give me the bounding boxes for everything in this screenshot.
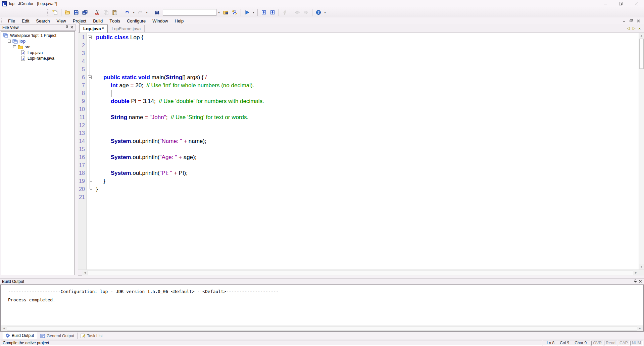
code-text: public static void main(String[] args) {…	[93, 74, 207, 81]
tab-close-icon[interactable]: ×	[639, 27, 641, 31]
splitter-grip[interactable]	[78, 270, 82, 276]
status-toggle-num[interactable]: NUM	[630, 341, 643, 346]
build-icon	[261, 10, 266, 15]
fold-minus-icon[interactable]	[88, 36, 92, 39]
menu-window[interactable]: Window	[149, 17, 171, 24]
vertical-scroll-thumb[interactable]	[639, 39, 644, 69]
tree-item-src[interactable]: src	[1, 44, 75, 50]
code-line: 9double PI = 3.14; // Use 'double' for n…	[78, 97, 639, 105]
lightning-button[interactable]	[281, 8, 289, 16]
menubar-grip[interactable]	[1, 18, 3, 23]
menu-tools[interactable]: Tools	[106, 17, 123, 24]
horizontal-scroll-thumb[interactable]	[88, 270, 633, 275]
toolbar-separator	[312, 9, 312, 16]
find-in-files-button[interactable]	[221, 8, 230, 16]
search-replace-button[interactable]	[230, 8, 239, 16]
tab-general-output[interactable]: General Output	[37, 333, 78, 339]
cut-button[interactable]	[93, 8, 102, 16]
editor-horizontal-scrollbar[interactable]: ◀ ▶	[78, 269, 639, 276]
expand-collapse-icon[interactable]	[8, 40, 11, 43]
window-title: lop - JCreator - [Lop.java *]	[9, 1, 57, 6]
toolbar-grip[interactable]	[47, 9, 49, 15]
undo-dropdown-icon[interactable]: ▾	[132, 8, 136, 16]
scroll-down-icon[interactable]: ▼	[639, 264, 644, 269]
tab-navigation: ◁ ▷ ×	[627, 26, 644, 33]
run-button[interactable]	[243, 8, 251, 16]
build-output-console[interactable]: --------------------Configuration: lop -…	[0, 285, 644, 332]
combobox-dropdown-icon[interactable]: ▼	[216, 9, 221, 16]
fold-marker[interactable]	[87, 34, 93, 42]
editor-vertical-scrollbar[interactable]: ▲ ▼	[639, 33, 644, 269]
build-all-button[interactable]	[268, 8, 277, 16]
output-horizontal-scrollbar[interactable]: ◀ ▶	[1, 326, 643, 331]
scroll-left-icon[interactable]: ◀	[82, 270, 88, 276]
menu-help[interactable]: Help	[171, 17, 187, 24]
code-line: 15	[78, 145, 639, 153]
tab-task-list[interactable]: Task List	[78, 333, 106, 339]
mdi-close-button[interactable]	[637, 18, 640, 23]
tree-item-lop-java[interactable]: JLop.java	[1, 50, 75, 55]
menu-file[interactable]: File	[5, 17, 18, 24]
help-dropdown-icon[interactable]: ▾	[323, 8, 327, 16]
tree-item-label: src	[25, 45, 30, 49]
undo-button[interactable]	[123, 8, 132, 16]
expand-collapse-icon[interactable]	[13, 45, 16, 48]
menu-edit[interactable]: Edit	[18, 17, 33, 24]
save-all-button[interactable]	[81, 8, 89, 16]
find-button[interactable]	[153, 8, 161, 16]
scroll-up-icon[interactable]: ▲	[639, 33, 644, 38]
redo-button[interactable]	[136, 8, 145, 16]
scroll-left-icon[interactable]: ◀	[1, 326, 7, 331]
code-line: 18System.out.println("PI: " + PI);	[78, 169, 639, 178]
minimize-button[interactable]	[598, 0, 613, 7]
project-icon	[12, 39, 18, 44]
tab-lopframe-java[interactable]: LopFrame.java	[108, 25, 145, 32]
column-indicator: Col 9	[560, 341, 569, 345]
code-line: 17	[78, 161, 639, 169]
pin-icon[interactable]	[65, 25, 69, 30]
menu-view[interactable]: View	[53, 17, 69, 24]
svg-text:J: J	[22, 57, 24, 60]
pin-icon[interactable]	[634, 279, 637, 284]
scroll-right-icon[interactable]: ▶	[637, 326, 643, 331]
tab-build-output[interactable]: Build Output	[2, 332, 37, 339]
status-toggle-ovr[interactable]: OVR	[591, 341, 603, 346]
build-output-text: --------------------Configuration: lop -…	[8, 287, 643, 304]
forward-button[interactable]	[302, 8, 310, 16]
fold-minus-icon[interactable]	[88, 76, 92, 79]
tree-item-lopframe-java[interactable]: JLopFrame.java	[1, 55, 75, 61]
search-combobox[interactable]	[163, 9, 216, 16]
close-panel-icon[interactable]	[70, 25, 73, 30]
fold-marker[interactable]	[87, 73, 93, 82]
tab-lop-java-[interactable]: Lop.java *	[79, 24, 108, 33]
status-toggle-read[interactable]: Read	[604, 341, 617, 346]
back-button[interactable]	[293, 8, 302, 16]
paste-button[interactable]	[110, 8, 119, 16]
menu-search[interactable]: Search	[33, 17, 53, 24]
mdi-minimize-button[interactable]	[623, 18, 626, 23]
tree-item-lop[interactable]: lop	[1, 38, 75, 44]
save-button[interactable]	[72, 8, 81, 16]
mdi-restore-button[interactable]	[630, 18, 633, 23]
code-lines: 1public class Lop {23456public static vo…	[78, 34, 639, 201]
output-scroll-thumb[interactable]	[7, 326, 637, 331]
status-toggle-cap[interactable]: CAP	[618, 341, 630, 346]
help-button[interactable]: ?	[314, 8, 323, 16]
menu-configure[interactable]: Configure	[123, 17, 149, 24]
tab-scroll-left-icon[interactable]: ◁	[627, 26, 630, 31]
scroll-right-icon[interactable]: ▶	[633, 270, 639, 276]
close-button[interactable]	[629, 0, 644, 7]
new-file-button[interactable]	[51, 8, 59, 16]
tab-scroll-right-icon[interactable]: ▷	[633, 26, 635, 31]
maximize-button[interactable]	[613, 0, 629, 7]
copy-button[interactable]	[102, 8, 110, 16]
build-button[interactable]	[259, 8, 268, 16]
redo-dropdown-icon[interactable]: ▾	[145, 8, 149, 16]
menu-build[interactable]: Build	[90, 17, 106, 24]
run-dropdown-icon[interactable]: ▾	[251, 8, 256, 16]
open-file-button[interactable]	[63, 8, 72, 16]
menu-project[interactable]: Project	[69, 17, 90, 24]
code-editor[interactable]: 1public class Lop {23456public static vo…	[78, 33, 639, 269]
tree-item-workspace-lop-1-project[interactable]: Workspace 'lop': 1 Project	[1, 33, 75, 38]
close-panel-icon[interactable]	[639, 279, 642, 284]
